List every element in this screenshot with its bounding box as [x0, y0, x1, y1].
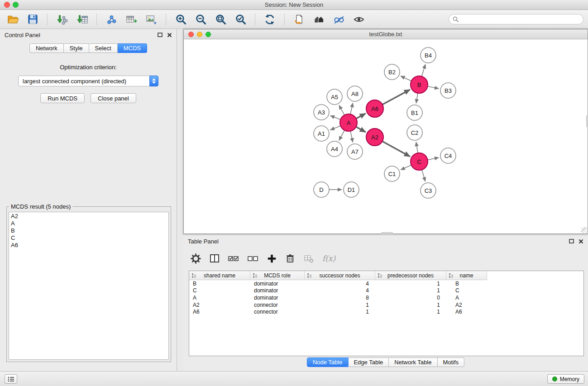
search-field[interactable]: [449, 14, 583, 24]
new-network-button[interactable]: [103, 12, 120, 27]
close-window-button[interactable]: [4, 2, 10, 8]
tab-mcds[interactable]: MCDS: [118, 43, 147, 53]
column-header-name[interactable]: name: [446, 271, 487, 280]
edge-B-B4[interactable]: [422, 64, 425, 76]
add-row-button[interactable]: [267, 252, 277, 265]
edge-C-C1[interactable]: [401, 165, 411, 170]
table-cell[interactable]: 1: [375, 308, 446, 315]
node-A1[interactable]: A1: [314, 126, 329, 141]
new-table-button[interactable]: [123, 12, 139, 27]
network-window-titlebar[interactable]: testGlobe.txt: [184, 29, 588, 39]
edge-A-A3[interactable]: [330, 116, 341, 120]
edge-A-A4[interactable]: [339, 130, 344, 141]
table-cell[interactable]: 1: [375, 287, 446, 295]
node-D1[interactable]: D1: [344, 182, 359, 197]
table-cell[interactable]: B: [189, 280, 250, 287]
edge-B-B1[interactable]: [416, 93, 418, 104]
open-session-button[interactable]: [5, 12, 21, 27]
close-panel-icon[interactable]: [578, 239, 583, 244]
table-settings-button[interactable]: [191, 252, 201, 265]
table-cell[interactable]: 1: [375, 280, 446, 287]
edge-A-A6[interactable]: [356, 114, 366, 119]
edge-B-B3[interactable]: [428, 86, 439, 89]
edge-A6-B[interactable]: [382, 90, 410, 105]
node-C3[interactable]: C3: [421, 183, 436, 198]
table-cell[interactable]: 4: [305, 287, 375, 295]
tab-network[interactable]: Network: [29, 43, 64, 53]
tab-edge-table[interactable]: Edge Table: [348, 357, 389, 367]
select-all-rows-button[interactable]: [228, 252, 239, 265]
node-C1[interactable]: C1: [384, 166, 400, 181]
table-cell[interactable]: 4: [305, 280, 375, 287]
close-panel-icon[interactable]: [167, 33, 172, 38]
column-header-MCDS-role[interactable]: MCDS role: [250, 271, 305, 280]
zoom-selected-button[interactable]: [232, 12, 249, 27]
table-row[interactable]: Adominator80A: [189, 294, 583, 301]
node-B2[interactable]: B2: [384, 64, 400, 80]
delete-table-button[interactable]: [304, 252, 314, 265]
table-cell[interactable]: connector: [250, 301, 305, 309]
table-cell[interactable]: C: [446, 287, 487, 295]
window-resize-grip[interactable]: [581, 227, 587, 233]
node-B1[interactable]: B1: [407, 105, 422, 120]
node-A3[interactable]: A3: [314, 105, 329, 120]
node-B4[interactable]: B4: [421, 48, 436, 63]
task-history-button[interactable]: [5, 374, 17, 384]
node-A6[interactable]: A6: [366, 100, 383, 117]
zoom-fit-button[interactable]: [212, 12, 229, 27]
table-cell[interactable]: A: [446, 294, 487, 301]
vertical-splitter-handle[interactable]: [586, 115, 588, 127]
result-item[interactable]: C: [9, 234, 168, 242]
node-C2[interactable]: C2: [407, 125, 422, 140]
deselect-all-rows-button[interactable]: [248, 252, 258, 265]
table-cell[interactable]: dominator: [250, 287, 305, 295]
run-mcds-button[interactable]: Run MCDS: [40, 93, 85, 103]
import-network-button[interactable]: [54, 12, 70, 27]
edge-B-B2[interactable]: [401, 76, 411, 81]
table-cell[interactable]: C: [189, 287, 250, 295]
table-row[interactable]: A6connector11A6: [189, 308, 583, 315]
refresh-view-button[interactable]: [262, 12, 278, 27]
table-cell[interactable]: A6: [446, 308, 487, 315]
tab-select[interactable]: Select: [89, 43, 118, 53]
column-header-successor-nodes[interactable]: successor nodes: [305, 271, 375, 280]
edge-C-C2[interactable]: [416, 142, 418, 153]
memory-button[interactable]: Memory: [547, 374, 584, 384]
node-A[interactable]: A: [340, 114, 357, 131]
hide-graphics-details-button[interactable]: [331, 12, 347, 27]
tab-motifs[interactable]: Motifs: [437, 357, 464, 367]
table-row[interactable]: Cdominator41C: [189, 287, 583, 295]
node-A8[interactable]: A8: [347, 86, 363, 101]
tab-network-table[interactable]: Network Table: [389, 357, 437, 367]
edge-A-A5[interactable]: [339, 105, 344, 115]
close-panel-button[interactable]: Close panel: [91, 93, 136, 103]
table-cell[interactable]: 1: [305, 308, 375, 315]
result-item[interactable]: A: [9, 220, 168, 227]
result-item[interactable]: A2: [9, 213, 168, 220]
export-image-button[interactable]: [143, 12, 159, 27]
node-B[interactable]: B: [411, 76, 428, 93]
table-cell[interactable]: A6: [189, 308, 250, 315]
table-cell[interactable]: A2: [189, 301, 250, 309]
table-cell[interactable]: 8: [305, 294, 375, 301]
node-C4[interactable]: C4: [440, 148, 456, 163]
edge-C-C3[interactable]: [422, 170, 425, 181]
edge-C-C4[interactable]: [428, 157, 439, 160]
zoom-out-button[interactable]: [192, 12, 209, 27]
column-header-shared-name[interactable]: shared name: [189, 271, 250, 280]
import-table-button[interactable]: [74, 12, 90, 27]
edge-A-A8[interactable]: [350, 103, 353, 114]
horizontal-splitter-handle[interactable]: [381, 232, 393, 234]
tab-node-table[interactable]: Node Table: [307, 357, 349, 367]
search-input[interactable]: [461, 16, 579, 23]
edge-A-A7[interactable]: [350, 131, 353, 143]
network-canvas[interactable]: B4B2BB3A8A5A6B1A3AC2A1A2A4A7C4CC1C3DD1: [184, 40, 588, 234]
criterion-dropdown[interactable]: largest connected component (directed): [18, 76, 158, 86]
table-cell[interactable]: 1: [375, 301, 446, 309]
edge-A2-C[interactable]: [382, 141, 410, 157]
edge-A-A2[interactable]: [356, 127, 366, 132]
close-network-window-button[interactable]: [188, 32, 194, 37]
zoom-window-button[interactable]: [13, 2, 19, 8]
table-cell[interactable]: B: [446, 280, 487, 287]
result-item[interactable]: A6: [9, 242, 168, 249]
